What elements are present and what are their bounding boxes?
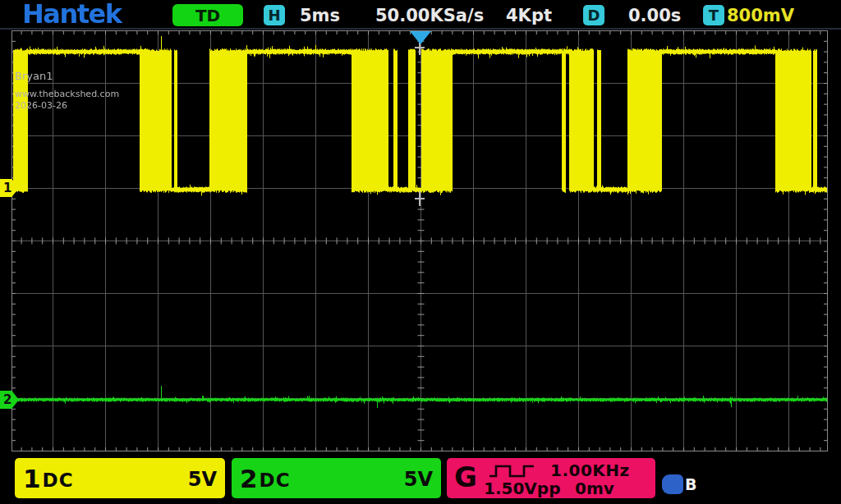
ch2-coupling: DC [260,470,291,491]
horizontal-delay-readout: 0.00s [628,6,681,25]
generator-label: G [454,460,477,493]
header-divider [0,28,841,30]
graticule-canvas [11,30,828,451]
horizontal-icon[interactable]: H [264,5,285,25]
usb-device-icon[interactable] [662,474,683,494]
overlay-date: 2026-03-26 [15,100,67,111]
oscilloscope-screen: Hantek TD H 5ms 50.00KSa/s 4Kpt D 0.00s … [0,0,841,504]
memory-depth-readout: 4Kpt [506,6,552,25]
generator-frequency: 1.00KHz [550,460,630,480]
generator-offset: 0mv [575,479,614,498]
ch1-number: 1 [23,466,41,491]
trigger-level-readout: 800mV [727,6,794,25]
square-wave-icon [488,464,535,478]
overlay-website: www.thebackshed.com [15,89,119,99]
overlay-username: Bryan1 [15,70,53,82]
generator-status-button[interactable]: G 1.00KHz 1.50Vpp 0mv [447,458,655,498]
ch1-status-button[interactable]: 1 DC 5V [15,458,225,498]
usb-device-letter: B [685,475,696,493]
ch2-number: 2 [240,466,258,491]
ch2-scale: 5V [404,468,433,491]
ch2-status-button[interactable]: 2 DC 5V [232,458,441,498]
hantek-logo: Hantek [22,0,121,30]
ch1-coupling: DC [43,470,74,491]
ch1-scale: 5V [188,468,217,491]
delay-icon[interactable]: D [583,5,604,25]
sample-rate-readout: 50.00KSa/s [375,6,484,25]
timebase-readout: 5ms [300,6,340,25]
trigger-status-badge[interactable]: TD [172,4,243,26]
trigger-icon[interactable]: T [703,5,724,25]
trigger-position-marker[interactable] [410,31,431,44]
generator-amplitude: 1.50Vpp [484,479,560,498]
